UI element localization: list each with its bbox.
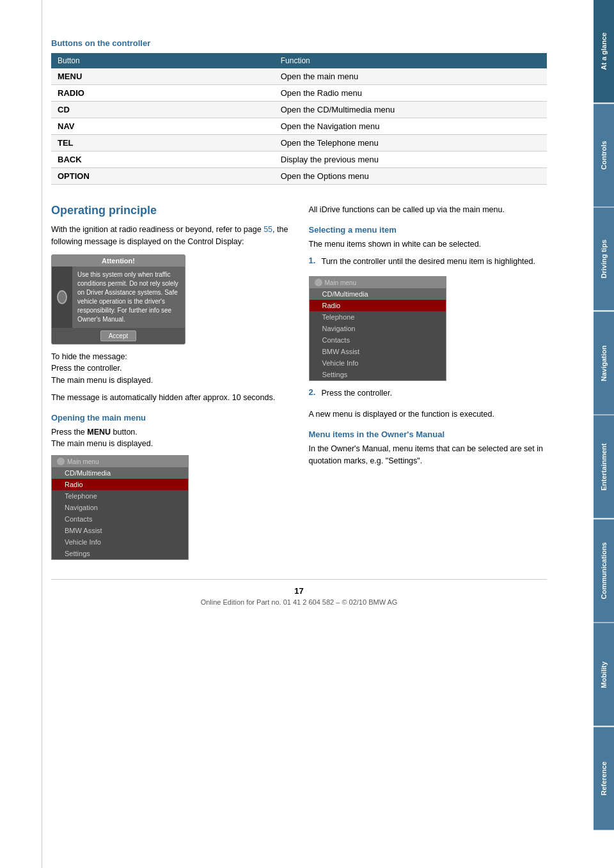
open-main-menu-title: Opening the main menu [51,413,290,422]
list-item: BMW Assist [52,525,188,536]
button-cell: OPTION [51,168,274,185]
buttons-section-title: Buttons on the controller [51,38,547,48]
new-menu-text: A new menu is displayed or the function … [309,408,547,421]
menu-header-left: Main menu [52,456,188,467]
left-column: Operating principle With the ignition at… [51,204,290,560]
intro-text: With the ignition at radio readiness or … [51,224,290,248]
attention-footer: Accept [52,328,185,344]
col-button: Button [51,53,274,68]
menu-icon-left [57,458,65,465]
page-number: 17 [51,586,547,596]
main-menu-screenshot-right: Main menu CD/MultimediaRadioTelephoneNav… [309,276,446,381]
table-row: MENUOpen the main menu [51,68,547,85]
accept-button[interactable]: Accept [100,330,137,341]
table-row: TELOpen the Telephone menu [51,135,547,151]
attention-body: Use this system only when traffic condit… [72,267,185,328]
button-cell: BACK [51,151,274,168]
table-row: RADIOOpen the Radio menu [51,85,547,102]
list-item: Navigation [52,502,188,513]
table-row: BACKDisplay the previous menu [51,151,547,168]
step1-text: Turn the controller until the desired me… [322,256,535,268]
step-1: 1. Turn the controller until the desired… [309,256,547,273]
table-row: OPTIONOpen the Options menu [51,168,547,185]
function-cell: Open the Radio menu [274,85,547,102]
attention-screenshot: Attention! Use this system only when tra… [51,254,185,345]
sidebar-tab-entertainment[interactable]: Entertainment [594,415,614,518]
attention-wrapper: Attention! Use this system only when tra… [51,254,290,345]
sidebar-tab-driving-tips[interactable]: Driving tips [594,208,614,311]
attention-header: Attention! [52,255,185,267]
sidebar-tab-controls[interactable]: Controls [594,104,614,207]
owners-manual-title: Menu items in the Owner's Manual [309,430,547,439]
buttons-section: Buttons on the controller Button Functio… [51,38,547,185]
list-item: Contacts [310,334,446,346]
button-cell: TEL [51,135,274,151]
function-cell: Open the Options menu [274,168,547,185]
list-item: Vehicle Info [310,357,446,369]
open-menu-text: Press the MENU button. The main menu is … [51,426,290,451]
sidebar-tab-at-a-glance[interactable]: At a glance [594,0,614,103]
function-cell: Open the CD/Multimedia menu [274,102,547,118]
table-row: NAVOpen the Navigation menu [51,118,547,135]
all-functions-text: All iDrive functions can be called up vi… [309,204,547,216]
button-cell: RADIO [51,85,274,102]
function-cell: Open the main menu [274,68,547,85]
table-header-row: Button Function [51,53,547,68]
button-cell: NAV [51,118,274,135]
main-menu-screenshot-left: Main menu CD/MultimediaRadioTelephoneNav… [51,455,189,560]
list-item: Radio [52,479,188,490]
function-cell: Open the Telephone menu [274,135,547,151]
list-item: Telephone [310,311,446,323]
selecting-text: The menu items shown in white can be sel… [309,238,547,251]
step2-text: Press the controller. [322,387,392,399]
selecting-menu-title: Selecting a menu item [309,225,547,235]
main-content: Buttons on the controller Button Functio… [0,0,572,868]
step-2: 2. Press the controller. [309,387,547,405]
hide-message-text: To hide the message: Press the controlle… [51,351,290,387]
right-column: All iDrive functions can be called up vi… [309,204,547,560]
list-item: Settings [52,548,188,559]
sidebar-tab-mobility[interactable]: Mobility [594,623,614,726]
menu-header-right: Main menu [310,277,446,288]
list-item: Settings [310,369,446,380]
function-cell: Display the previous menu [274,151,547,168]
auto-hide-text: The message is automatically hidden afte… [51,392,290,404]
sidebar-tab-communications[interactable]: Communications [594,520,614,623]
operating-principle-title: Operating principle [51,204,290,217]
page-footer: 17 Online Edition for Part no. 01 41 2 6… [51,579,547,606]
function-cell: Open the Navigation menu [274,118,547,135]
footer-text: Online Edition for Part no. 01 41 2 604 … [51,598,547,606]
list-item: Radio [310,300,446,311]
table-row: CDOpen the CD/Multimedia menu [51,102,547,118]
page-link[interactable]: 55 [264,225,272,234]
list-item: Vehicle Info [52,536,188,548]
sidebar-tab-navigation[interactable]: Navigation [594,312,614,415]
buttons-table: Button Function MENUOpen the main menuRA… [51,53,547,185]
sidebar-tab-reference[interactable]: Reference [594,727,614,830]
list-item: CD/Multimedia [310,288,446,300]
menu-icon-right [315,279,322,286]
owners-manual-text: In the Owner's Manual, menu items that c… [309,443,547,467]
page-container: Buttons on the controller Button Functio… [0,0,614,868]
two-col-section: Operating principle With the ignition at… [51,204,547,560]
list-item: CD/Multimedia [52,467,188,479]
col-function: Function [274,53,547,68]
list-item: Contacts [52,513,188,525]
list-item: Navigation [310,323,446,334]
button-cell: MENU [51,68,274,85]
list-item: BMW Assist [310,346,446,357]
button-cell: CD [51,102,274,118]
sidebar-tabs: At a glanceControlsDriving tipsNavigatio… [594,0,614,831]
list-item: Telephone [52,490,188,502]
